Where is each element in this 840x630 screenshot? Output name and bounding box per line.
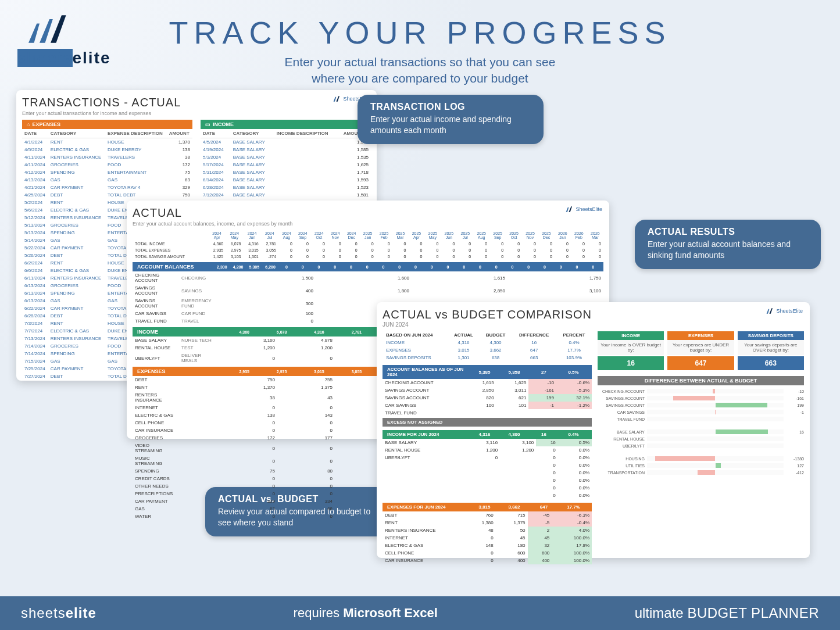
footer-logo: sheetselite <box>21 605 96 621</box>
panel-subtitle: Enter your actual transactions for incom… <box>22 110 371 116</box>
expenses-header: ⌂EXPENSES <box>22 120 192 129</box>
footer: sheetselite requires Microsoft Excel ult… <box>0 596 840 630</box>
panel-title: ACTUAL vs BUDGET COMPARISON <box>383 308 804 321</box>
comp-month: JUN 2024 <box>383 321 804 328</box>
income-table: DATECATEGORYINCOME DESCRIPTIONAMOUNT4/5/… <box>201 129 371 199</box>
footer-product: ultimate BUDGET PLANNER <box>635 605 819 621</box>
house-icon: ⌂ <box>27 121 30 127</box>
panel-title: TRANSACTIONS - ACTUAL <box>22 96 371 109</box>
page-title: TRACK YOUR PROGRESS <box>0 15 840 51</box>
footer-requires: requires Microsoft Excel <box>294 606 438 621</box>
comparison-panel: SheetsElite ACTUAL vs BUDGET COMPARISON … <box>377 302 810 558</box>
callout-actual-results: ACTUAL RESULTSEnter your actual account … <box>635 220 821 269</box>
mini-logo: SheetsElite <box>766 307 803 315</box>
wallet-icon: ▭ <box>205 121 210 127</box>
callout-transaction-log: TRANSACTION LOGEnter your actual income … <box>358 95 544 144</box>
panel-title: ACTUAL <box>133 206 603 220</box>
panel-subtitle: Enter your actual account balances, inco… <box>133 221 603 227</box>
mini-logo: SheetsElite <box>565 205 602 213</box>
income-header: ▭INCOME <box>201 120 371 129</box>
page-subtitle: Enter your actual transactions so that y… <box>0 54 840 87</box>
